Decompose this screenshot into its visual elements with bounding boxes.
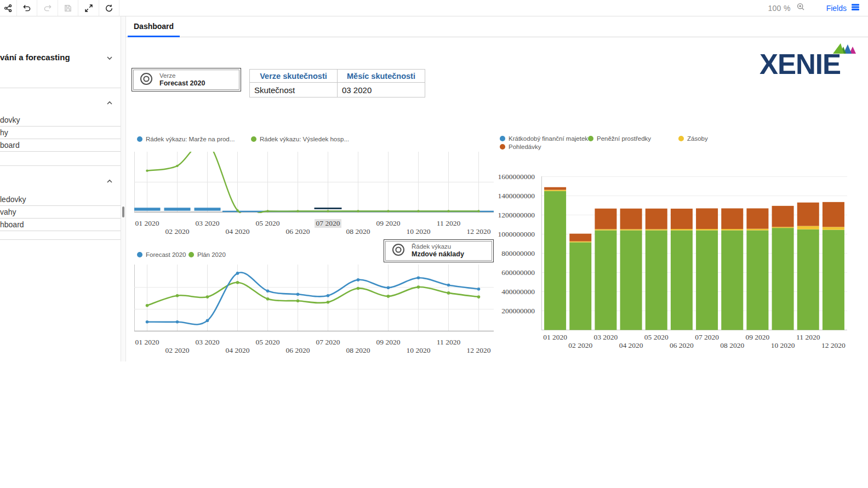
sidebar-scrollbar[interactable] [121, 16, 126, 361]
margin-line-chart[interactable] [134, 152, 494, 213]
bar-segment[interactable] [646, 229, 667, 230]
legend-label: Forecast 2020 [146, 251, 186, 258]
sidebar-item[interactable]: board [0, 139, 121, 152]
bar-segment[interactable] [646, 231, 667, 330]
bar-segment[interactable] [823, 230, 844, 330]
bar-segment[interactable] [721, 229, 743, 230]
x-tick-label: 09 2020 [376, 338, 401, 347]
legend-item[interactable]: Peněžní prostředky [588, 135, 651, 142]
bar-segment[interactable] [544, 190, 566, 191]
x-tick-label: 11 2020 [437, 338, 460, 347]
bar-segment[interactable] [671, 209, 693, 229]
bar-segment[interactable] [746, 208, 768, 228]
bar-segment[interactable] [772, 227, 794, 228]
sidebar-scrollbar-thumb[interactable] [122, 206, 124, 217]
bar-segment[interactable] [721, 231, 743, 330]
y-tick-label: 1400000000 [480, 192, 535, 200]
bar-segment[interactable] [696, 231, 718, 330]
data-point [327, 301, 330, 304]
radek-filter-card[interactable]: Řádek výkazu Mzdové náklady [384, 239, 494, 262]
card-label: Řádek výkazu [412, 243, 464, 250]
data-point [266, 297, 270, 301]
x-tick-label: 10 2020 [407, 346, 431, 355]
bar-segment[interactable] [544, 191, 566, 330]
bar-segment[interactable] [671, 231, 693, 330]
bar-segment[interactable] [696, 208, 718, 229]
bar-segment[interactable] [772, 228, 794, 330]
save-button[interactable] [58, 0, 78, 16]
chevron-down-icon[interactable] [105, 54, 114, 65]
card-value: Mzdové náklady [412, 250, 464, 258]
chevron-up-icon[interactable] [105, 177, 114, 188]
sidebar-header-label: vání a forecasting [0, 53, 70, 62]
legend-label: Zásoby [687, 135, 708, 142]
bar-segment[interactable] [823, 202, 844, 227]
bar-segment[interactable] [823, 227, 844, 229]
line-series-path[interactable] [147, 272, 479, 324]
x-axis-labels: 01 202002 202003 202004 202005 202006 20… [134, 218, 494, 236]
bar-segment[interactable] [569, 234, 591, 242]
forecast-line-chart[interactable] [134, 265, 494, 332]
bar-segment[interactable] [746, 229, 768, 231]
fields-button[interactable]: Fields [826, 3, 860, 13]
legend-item[interactable]: Pohledávky [500, 143, 541, 150]
actuality-table[interactable]: Verze skutečnosti Měsíc skutečnosti Skut… [249, 69, 425, 97]
undo-button[interactable] [17, 0, 37, 16]
sidebar-item[interactable]: hy [0, 127, 121, 139]
bar-segment[interactable] [569, 242, 591, 243]
legend-item[interactable]: Plán 2020 [189, 251, 226, 258]
bar-segment[interactable] [569, 242, 591, 330]
sidebar-item[interactable]: dovky [0, 114, 121, 127]
legend-item[interactable]: Krátkodobý finanční majetek [500, 135, 588, 142]
sidebar-item[interactable]: ledovky [0, 193, 121, 206]
bar-segment[interactable] [772, 206, 794, 227]
legend-item[interactable]: Forecast 2020 [137, 251, 186, 258]
bar-segment[interactable] [696, 229, 718, 230]
legend-item[interactable]: Rádek výkazu: Marže na prod... [137, 135, 235, 142]
data-point [176, 320, 179, 324]
chevron-up-icon[interactable] [105, 99, 114, 110]
reset-button[interactable] [99, 0, 119, 16]
x-tick-label: 03 2020 [196, 338, 220, 347]
share-button[interactable] [0, 0, 17, 16]
legend-item[interactable]: Zásoby [678, 135, 708, 142]
bar-segment[interactable] [620, 231, 642, 330]
bar-segment[interactable] [595, 209, 616, 229]
x-tick-label: 05 2020 [256, 219, 280, 228]
redo-icon [43, 4, 52, 13]
line-series-path[interactable] [147, 283, 479, 306]
bar-segment[interactable] [620, 209, 642, 229]
assets-bar-chart[interactable] [541, 176, 847, 331]
maximize-button[interactable] [78, 0, 99, 16]
sidebar-item[interactable]: hboard [0, 219, 121, 231]
x-tick-label: 04 2020 [619, 341, 643, 350]
reset-icon [105, 4, 113, 13]
bar-segment[interactable] [620, 229, 642, 230]
bar-segment[interactable] [671, 229, 693, 230]
bar-segment[interactable] [797, 203, 819, 226]
bar-segment[interactable] [595, 231, 616, 330]
legend-item[interactable]: Rádek výkazu: Výsledek hosp... [251, 135, 349, 142]
data-point [266, 210, 269, 212]
bar-segment[interactable] [544, 187, 566, 190]
legend-dot [137, 252, 142, 257]
bar-segment[interactable] [746, 231, 768, 330]
redo-button[interactable] [37, 0, 58, 16]
x-tick-label: 07 2020 [315, 219, 342, 228]
data-point [296, 293, 300, 296]
tab-dashboard[interactable]: Dashboard [128, 16, 180, 37]
bar-segment[interactable] [595, 229, 616, 230]
bar-segment[interactable] [721, 208, 743, 229]
data-point [236, 209, 238, 211]
bar-segment[interactable] [797, 229, 819, 330]
x-tick-label: 02 2020 [165, 346, 190, 355]
x-tick-label: 10 2020 [407, 227, 431, 236]
zoom-in-button[interactable] [796, 2, 806, 14]
legend-dot [500, 144, 505, 150]
y-tick-label: 1000000000 [480, 230, 535, 239]
card-value: Forecast 2020 [159, 79, 205, 87]
verze-filter-card[interactable]: Verze Forecast 2020 [132, 68, 241, 91]
bar-segment[interactable] [646, 209, 667, 229]
sidebar-item[interactable]: vahy [0, 206, 121, 219]
bar-segment[interactable] [797, 226, 819, 229]
